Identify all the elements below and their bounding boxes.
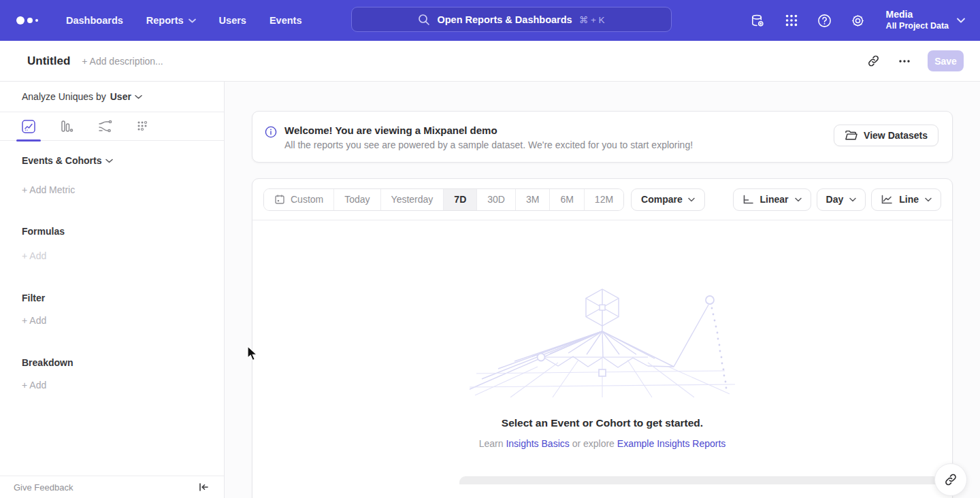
range-label: Today bbox=[344, 194, 370, 205]
chart-type-dropdown[interactable]: Line bbox=[871, 188, 941, 211]
global-search[interactable]: Open Reports & Dashboards ⌘ + K bbox=[351, 7, 672, 32]
scale-dropdown[interactable]: Linear bbox=[733, 188, 811, 211]
range-7d[interactable]: 7D bbox=[444, 189, 477, 210]
banner-title: Welcome! You are viewing a Mixpanel demo bbox=[284, 124, 834, 136]
mixpanel-insights-page: Dashboards Reports Users Events Open Rep… bbox=[0, 0, 980, 498]
apps-grid-icon[interactable] bbox=[783, 12, 800, 29]
chevron-down-icon bbox=[925, 197, 932, 202]
help-icon[interactable] bbox=[817, 12, 833, 29]
range-label: 12M bbox=[595, 194, 613, 205]
range-custom[interactable]: Custom bbox=[264, 189, 334, 210]
report-title[interactable]: Untitled bbox=[27, 54, 70, 68]
scale-label: Linear bbox=[760, 194, 789, 205]
data-management-icon[interactable] bbox=[750, 12, 766, 29]
report-header: Untitled + Add description... Save bbox=[0, 41, 980, 82]
nav-item-reports[interactable]: Reports bbox=[135, 10, 208, 31]
chevron-down-icon bbox=[189, 18, 196, 23]
insights-basics-link[interactable]: Insights Basics bbox=[506, 438, 569, 449]
copy-link-icon[interactable] bbox=[865, 53, 881, 69]
search-icon bbox=[418, 14, 430, 26]
chart-type-label: Line bbox=[899, 194, 919, 205]
section-events-cohorts[interactable]: Events & Cohorts bbox=[22, 155, 202, 166]
tab-bar-chart[interactable] bbox=[56, 116, 77, 137]
compare-label: Compare bbox=[641, 194, 683, 205]
tab-funnels[interactable] bbox=[133, 116, 153, 137]
view-datasets-button[interactable]: View Datasets bbox=[834, 124, 938, 146]
date-range-selector: Custom Today Yesterday 7D 30D 3M 6M 12M bbox=[263, 188, 624, 211]
analyze-value: User bbox=[110, 91, 131, 102]
range-12m[interactable]: 12M bbox=[585, 189, 623, 210]
compare-dropdown[interactable]: Compare bbox=[631, 188, 705, 211]
explore-middle: or explore bbox=[572, 438, 615, 449]
nav-item-label: Reports bbox=[146, 15, 184, 26]
nav-item-label: Dashboards bbox=[66, 15, 123, 26]
add-filter-button[interactable]: + Add bbox=[22, 315, 202, 326]
range-3m[interactable]: 3M bbox=[516, 189, 550, 210]
nav-menu: Dashboards Reports Users Events bbox=[54, 10, 313, 31]
range-yesterday[interactable]: Yesterday bbox=[381, 189, 444, 210]
project-scope: All Project Data bbox=[886, 21, 949, 32]
range-label: 30D bbox=[487, 194, 505, 205]
add-breakdown-button[interactable]: + Add bbox=[22, 380, 202, 391]
example-insights-reports-link[interactable]: Example Insights Reports bbox=[617, 438, 726, 449]
learn-prefix: Learn bbox=[479, 438, 504, 449]
add-formula-button[interactable]: + Add bbox=[22, 250, 202, 261]
range-label: Yesterday bbox=[391, 194, 434, 205]
analyze-value-dropdown[interactable]: User bbox=[110, 91, 142, 102]
tab-flows[interactable] bbox=[95, 116, 115, 137]
main-content: Welcome! You are viewing a Mixpanel demo… bbox=[225, 82, 980, 498]
calendar-icon bbox=[274, 194, 285, 205]
info-icon bbox=[265, 126, 277, 138]
view-datasets-label: View Datasets bbox=[864, 130, 928, 141]
analyze-uniques-row: Analyze Uniques by User bbox=[0, 82, 224, 112]
nav-right: Media All Project Data bbox=[750, 0, 965, 41]
funnels-tab-icon bbox=[135, 119, 150, 134]
chevron-down-icon bbox=[135, 95, 142, 99]
nav-item-users[interactable]: Users bbox=[208, 10, 258, 31]
project-name: Media bbox=[886, 9, 949, 21]
empty-state: Select an Event or Cohort to get started… bbox=[252, 220, 952, 498]
empty-state-links: Learn Insights Basics or explore Example… bbox=[479, 438, 726, 449]
folder-icon bbox=[845, 130, 858, 141]
project-selector[interactable]: Media All Project Data bbox=[886, 9, 965, 31]
search-placeholder: Open Reports & Dashboards bbox=[437, 14, 572, 25]
interval-dropdown[interactable]: Day bbox=[817, 188, 866, 211]
section-formulas: Formulas bbox=[22, 226, 202, 237]
range-30d[interactable]: 30D bbox=[477, 189, 516, 210]
tab-insights-line[interactable] bbox=[18, 116, 39, 137]
nav-item-label: Users bbox=[219, 15, 246, 26]
search-shortcut: ⌘ + K bbox=[579, 14, 605, 25]
collapse-sidebar-icon[interactable] bbox=[199, 482, 209, 492]
analyze-label: Analyze Uniques by bbox=[22, 91, 106, 102]
chevron-down-icon bbox=[849, 197, 856, 202]
range-today[interactable]: Today bbox=[334, 189, 380, 210]
nav-item-dashboards[interactable]: Dashboards bbox=[54, 10, 135, 31]
nav-item-events[interactable]: Events bbox=[258, 10, 314, 31]
insights-chart-card: Custom Today Yesterday 7D 30D 3M 6M 12M … bbox=[252, 178, 953, 498]
range-6m[interactable]: 6M bbox=[550, 189, 584, 210]
chevron-down-icon bbox=[688, 197, 695, 202]
interval-label: Day bbox=[826, 194, 844, 205]
chevron-down-icon bbox=[957, 18, 965, 23]
top-nav: Dashboards Reports Users Events Open Rep… bbox=[0, 0, 980, 41]
share-link-fab[interactable] bbox=[934, 463, 967, 496]
settings-gear-icon[interactable] bbox=[850, 12, 866, 29]
sidebar-footer: Give Feedback bbox=[0, 476, 224, 498]
section-breakdown: Breakdown bbox=[22, 357, 202, 368]
section-filter: Filter bbox=[22, 293, 202, 303]
empty-state-title: Select an Event or Cohort to get started… bbox=[502, 417, 703, 429]
query-builder-sidebar: Analyze Uniques by User bbox=[0, 82, 225, 498]
measurement-tabs bbox=[0, 112, 224, 141]
give-feedback-link[interactable]: Give Feedback bbox=[14, 482, 73, 493]
chart-toolbar: Custom Today Yesterday 7D 30D 3M 6M 12M … bbox=[252, 179, 952, 220]
bar-chart-tab-icon bbox=[59, 119, 74, 134]
demo-welcome-banner: Welcome! You are viewing a Mixpanel demo… bbox=[252, 111, 953, 163]
mixpanel-logo-icon[interactable] bbox=[16, 16, 41, 24]
save-button[interactable]: Save bbox=[928, 50, 964, 71]
range-label: 6M bbox=[560, 194, 573, 205]
add-metric-button[interactable]: + Add Metric bbox=[22, 184, 202, 195]
report-description-placeholder[interactable]: + Add description... bbox=[82, 56, 163, 67]
line-chart-icon bbox=[881, 195, 893, 205]
bottom-panel-edge bbox=[459, 476, 939, 484]
more-options-icon[interactable] bbox=[896, 53, 913, 69]
